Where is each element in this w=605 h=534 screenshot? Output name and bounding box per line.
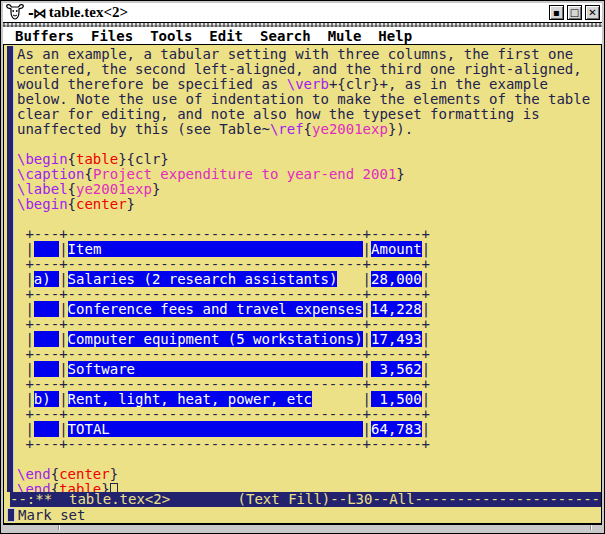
maximize-icon[interactable]: □ bbox=[567, 5, 582, 20]
menu-item-tools[interactable]: Tools bbox=[150, 28, 192, 44]
menu-item-files[interactable]: Files bbox=[91, 28, 133, 44]
emacs-frame: -⋈ table.tex<2> ▪ □ ✕ Buffers Files Tool… bbox=[0, 0, 605, 534]
minibuffer-scrollbar bbox=[7, 508, 15, 522]
minibuffer[interactable]: Mark set bbox=[4, 507, 601, 523]
buffer-line: unaffected by this (see Table~\ref{ye200… bbox=[17, 122, 601, 137]
buffer-line: \label{ye2001exp} bbox=[17, 182, 601, 197]
buffer-line: | |Item |Amount| bbox=[17, 242, 601, 257]
buffer-line bbox=[17, 212, 601, 227]
editor-body[interactable]: As an example, a tabular setting with th… bbox=[4, 45, 601, 492]
buffer-line: \end{center} bbox=[17, 467, 601, 482]
buffer-line: +---+-----------------------------------… bbox=[17, 257, 601, 272]
buffer-line: \begin{center} bbox=[17, 197, 601, 212]
buffer-line: | |TOTAL |64,783| bbox=[17, 422, 601, 437]
menu-item-buffers[interactable]: Buffers bbox=[15, 28, 74, 44]
buffer-line: centered, the second left-aligned, and t… bbox=[17, 62, 601, 77]
bottom-frame-border bbox=[3, 524, 602, 531]
buffer-line: As an example, a tabular setting with th… bbox=[17, 47, 601, 62]
buffer-line: below. Note the use of indentation to ma… bbox=[17, 92, 601, 107]
minimize-icon[interactable]: ▪ bbox=[549, 5, 564, 20]
menubar: Buffers Files Tools Edit Search Mule Hel… bbox=[3, 27, 602, 44]
buffer-line: |b) |Rent, light, heat, power, etc | 1,5… bbox=[17, 392, 601, 407]
gnu-emacs-icon bbox=[5, 4, 25, 21]
title-icon-glyph: -⋈ bbox=[28, 5, 46, 21]
buffer-line bbox=[17, 452, 601, 467]
buffer-line: \begin{table}{clr} bbox=[17, 152, 601, 167]
buffer-line: \end{table} bbox=[17, 482, 601, 492]
window-title: table.tex<2> bbox=[49, 4, 128, 21]
buffer-line: would therefore be specified as \verb+{c… bbox=[17, 77, 601, 92]
buffer-line: +---+-----------------------------------… bbox=[17, 407, 601, 422]
editor-window: As an example, a tabular setting with th… bbox=[3, 44, 602, 524]
text-cursor bbox=[110, 483, 118, 492]
menu-item-search[interactable]: Search bbox=[260, 28, 311, 44]
buffer-line: | |Software | 3,562| bbox=[17, 362, 601, 377]
buffer-line: \caption{Project expenditure to year-end… bbox=[17, 167, 601, 182]
buffer-text[interactable]: As an example, a tabular setting with th… bbox=[17, 47, 601, 492]
menu-item-help[interactable]: Help bbox=[378, 28, 412, 44]
menu-item-edit[interactable]: Edit bbox=[209, 28, 243, 44]
buffer-line: | |Computer equipment (5 workstations)|1… bbox=[17, 332, 601, 347]
buffer-line: +---+-----------------------------------… bbox=[17, 437, 601, 452]
frame-notch bbox=[58, 525, 60, 530]
buffer-line: +---+-----------------------------------… bbox=[17, 347, 601, 362]
minibuffer-message: Mark set bbox=[18, 507, 85, 523]
window-controls: ▪ □ ✕ bbox=[549, 5, 600, 20]
frame-notch bbox=[590, 525, 592, 530]
buffer-line: +---+-----------------------------------… bbox=[17, 227, 601, 242]
buffer-line bbox=[17, 137, 601, 152]
titlebar[interactable]: -⋈ table.tex<2> ▪ □ ✕ bbox=[3, 3, 602, 23]
buffer-line: clear for editing, and note also how the… bbox=[17, 107, 601, 122]
menu-item-mule[interactable]: Mule bbox=[328, 28, 362, 44]
buffer-line: +---+-----------------------------------… bbox=[17, 287, 601, 302]
buffer-line: | |Conference fees and travel expenses|1… bbox=[17, 302, 601, 317]
buffer-line: +---+-----------------------------------… bbox=[17, 377, 601, 392]
close-icon[interactable]: ✕ bbox=[585, 5, 600, 20]
modeline: --:** table.tex<2> (Text Fill)--L30--All… bbox=[10, 492, 601, 507]
buffer-line: +---+-----------------------------------… bbox=[17, 317, 601, 332]
buffer-line: |a) |Salaries (2 research assistants) |2… bbox=[17, 272, 601, 287]
vertical-scrollbar[interactable] bbox=[7, 46, 14, 492]
